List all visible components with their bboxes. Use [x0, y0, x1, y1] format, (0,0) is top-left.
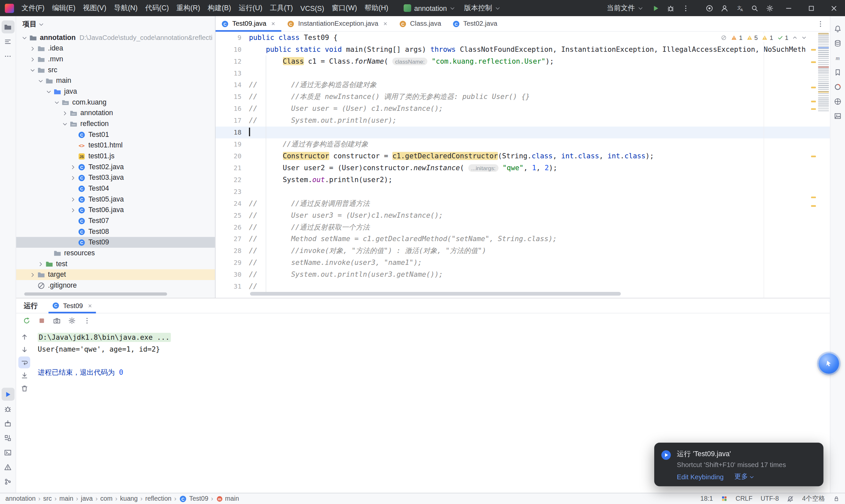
tree-item-Test01[interactable]: CTest01: [16, 129, 215, 140]
chevron-closed-icon[interactable]: [29, 45, 36, 52]
breadcrumb-reflection[interactable]: reflection: [145, 495, 172, 502]
line-number[interactable]: 17: [215, 115, 249, 127]
highlight-level-icon[interactable]: [721, 34, 727, 41]
run-button[interactable]: [648, 1, 663, 15]
clear-icon[interactable]: [18, 382, 30, 394]
line-number[interactable]: 29: [215, 257, 249, 269]
menu-item-帮助(H)[interactable]: 帮助(H): [361, 1, 392, 15]
code-line-16[interactable]: 16// User user = (User) c1.newInstance()…: [215, 103, 830, 115]
breadcrumb-annotation[interactable]: annotation: [5, 495, 36, 502]
notifications-muted-icon[interactable]: [787, 495, 794, 502]
breadcrumb-src[interactable]: src: [43, 495, 52, 502]
line-number[interactable]: 14: [215, 79, 249, 91]
menu-item-运行(U)[interactable]: 运行(U): [235, 1, 266, 15]
tab-Class.java[interactable]: CClass.java: [393, 16, 446, 31]
soft-wrap-icon[interactable]: [18, 357, 30, 368]
build-icon[interactable]: [1, 417, 14, 430]
line-number[interactable]: 13: [215, 67, 249, 79]
menu-item-代码(C)[interactable]: 代码(C): [141, 1, 173, 15]
debug-button[interactable]: [663, 1, 678, 15]
code-line-24[interactable]: 24// //通过反射调用普通方法: [215, 198, 830, 210]
tree-item-Test03.java[interactable]: CTest03.java: [16, 172, 215, 183]
line-number[interactable]: 30: [215, 269, 249, 281]
code-line-13[interactable]: 13: [215, 67, 830, 79]
chevron-closed-icon[interactable]: [29, 271, 36, 278]
run-panel-title[interactable]: 运行: [24, 301, 38, 310]
tree-item-java[interactable]: java: [16, 86, 215, 97]
bookmarks-icon[interactable]: [831, 66, 844, 78]
line-number[interactable]: 12: [215, 55, 249, 67]
settings-icon[interactable]: [66, 315, 77, 326]
line-number[interactable]: 10: [215, 43, 249, 55]
line-number[interactable]: 28: [215, 245, 249, 257]
plugin-status-icon[interactable]: [721, 496, 727, 502]
chevron-closed-icon[interactable]: [69, 163, 76, 171]
line-number[interactable]: 23: [215, 186, 249, 198]
tree-item-test[interactable]: test: [16, 258, 215, 269]
project-widget[interactable]: annotation: [400, 2, 460, 14]
chevron-closed-icon[interactable]: [69, 196, 76, 203]
tree-item-Test06.java[interactable]: CTest06.java: [16, 204, 215, 215]
close-icon[interactable]: [87, 303, 92, 308]
line-number[interactable]: 20: [215, 150, 249, 162]
tree-item-annotation[interactable]: annotation: [16, 108, 215, 119]
lock-icon[interactable]: [833, 496, 840, 502]
menu-item-导航(N)[interactable]: 导航(N): [110, 1, 142, 15]
problems-icon[interactable]: [1, 461, 14, 473]
more-actions-button[interactable]: [678, 1, 693, 15]
chevron-closed-icon[interactable]: [61, 109, 68, 117]
run-icon[interactable]: [1, 388, 14, 401]
terminal-icon[interactable]: [1, 446, 14, 459]
git-icon[interactable]: [1, 475, 14, 488]
project-panel-header[interactable]: 项目: [16, 16, 215, 32]
caret-position[interactable]: 18:1: [700, 495, 713, 502]
breadcrumb-Test09[interactable]: CTest09: [179, 495, 208, 503]
tree-item-Test04[interactable]: CTest04: [16, 183, 215, 194]
chevron-open-icon[interactable]: [37, 77, 44, 85]
tree-item-reflection[interactable]: reflection: [16, 119, 215, 129]
vcs-widget[interactable]: 版本控制: [460, 2, 505, 15]
tree-item-Test05.java[interactable]: CTest05.java: [16, 194, 215, 205]
code-line-17[interactable]: 17// System.out.println(user);: [215, 115, 830, 127]
line-number[interactable]: 22: [215, 174, 249, 186]
chevron-open-icon[interactable]: [53, 98, 60, 106]
chevron-open-icon[interactable]: [29, 66, 36, 74]
tree-horizontal-scrollbar[interactable]: [24, 292, 167, 296]
tree-item-Test08[interactable]: CTest08: [16, 226, 215, 237]
edit-keybinding-link[interactable]: Edit Keybinding: [677, 473, 724, 481]
line-number[interactable]: 18: [215, 127, 249, 139]
close-button[interactable]: [822, 0, 845, 16]
settings-button[interactable]: [762, 1, 777, 15]
search-button[interactable]: [747, 1, 762, 15]
profiler-icon[interactable]: [831, 80, 844, 93]
tree-item-test01.html[interactable]: <>test01.html: [16, 140, 215, 151]
breadcrumb-main[interactable]: main: [59, 495, 73, 502]
more-icon[interactable]: [1, 50, 14, 62]
structure-icon[interactable]: [1, 35, 14, 48]
notification-popup[interactable]: 运行 'Test09.java' Shortcut 'Shift+F10' mi…: [654, 443, 824, 486]
tab-Test02.java[interactable]: CTest02.java: [446, 16, 503, 31]
line-number[interactable]: 26: [215, 221, 249, 233]
tree-item-.idea[interactable]: .idea: [16, 43, 215, 54]
line-number[interactable]: 24: [215, 198, 249, 210]
tab-Test09.java[interactable]: CTest09.java: [215, 16, 282, 31]
chevron-closed-icon[interactable]: [29, 55, 36, 63]
code-line-28[interactable]: 28// //invoke(对象, "方法的值") : 激活(对象, "方法的值…: [215, 245, 830, 257]
rerun-icon[interactable]: [20, 315, 32, 326]
breadcrumb-kuang[interactable]: kuang: [120, 495, 138, 502]
chevron-closed-icon[interactable]: [37, 260, 44, 268]
line-separator[interactable]: CRLF: [736, 495, 753, 502]
to-bottom-icon[interactable]: [18, 344, 30, 356]
code-line-14[interactable]: 14// //通过无参构造器创建对象: [215, 79, 830, 91]
tree-item-Test07[interactable]: CTest07: [16, 215, 215, 226]
file-encoding[interactable]: UTF-8: [760, 495, 779, 502]
tab-InstantiationException.java[interactable]: CInstantiationException.java: [282, 16, 393, 31]
close-icon[interactable]: [271, 21, 276, 26]
codewithme-icon[interactable]: [702, 1, 717, 15]
inspection-warning[interactable]: 5: [746, 34, 758, 41]
inspection-warning[interactable]: 1: [761, 34, 773, 41]
line-number[interactable]: 31: [215, 281, 249, 292]
menu-item-视图(V)[interactable]: 视图(V): [79, 1, 110, 15]
tree-item-annotation[interactable]: annotationD:\JavaCode\study_code\annotat…: [16, 32, 215, 43]
breadcrumb-main[interactable]: mmain: [216, 495, 239, 502]
